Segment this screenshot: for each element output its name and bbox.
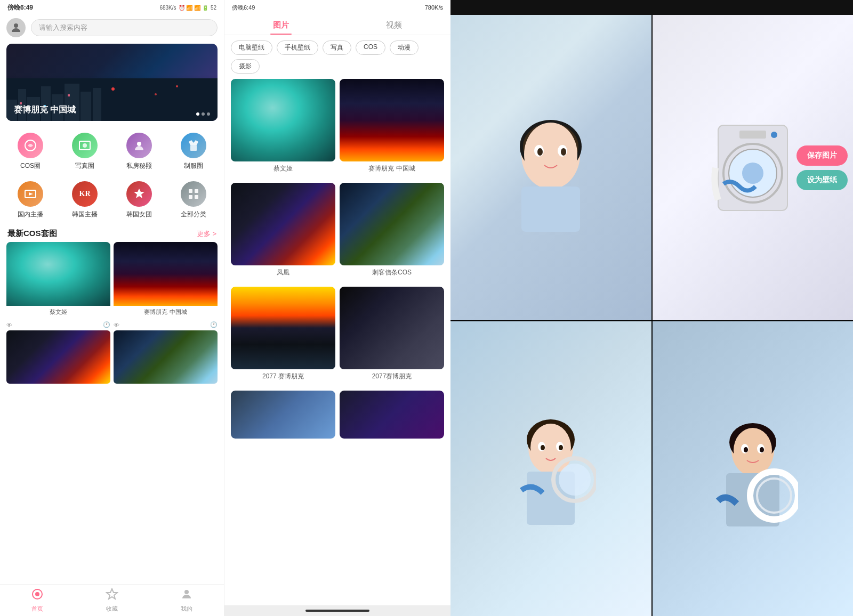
cat-domestic[interactable]: 国内主播 xyxy=(4,177,57,223)
star-icon xyxy=(106,588,118,604)
cat-private[interactable]: 私房秘照 xyxy=(113,128,165,175)
action-overlay: 保存图片 设为壁纸 xyxy=(796,145,848,190)
cos-card-1[interactable]: 蔡文姬 xyxy=(6,242,110,318)
panel-detail: 保存图片 设为壁纸 xyxy=(450,0,853,616)
latest-img-1 xyxy=(6,330,110,384)
tab-videos[interactable]: 视频 xyxy=(337,15,450,35)
p3-cell-girl3[interactable] xyxy=(653,321,854,616)
cat-cos[interactable]: COS圈 xyxy=(4,128,57,175)
cat-korean[interactable]: KR 韩国主播 xyxy=(59,177,111,223)
phoenix-img xyxy=(231,183,335,265)
p2-card-phoenix[interactable]: 凤凰 xyxy=(231,183,335,278)
cat-kgirl[interactable]: 韩国女团 xyxy=(113,177,165,223)
car-img xyxy=(340,287,444,369)
img-4a xyxy=(231,391,335,439)
p2-card-assassin[interactable]: 刺客信条COS xyxy=(340,183,444,278)
nav-fav-label: 收藏 xyxy=(106,605,118,613)
assassin-img xyxy=(340,183,444,265)
status-bar-2: 傍晚6:49 780K/s xyxy=(224,0,450,15)
battery-1: 52 xyxy=(211,5,216,11)
p3-cell-girl2[interactable] xyxy=(450,321,651,616)
status-bar-1: 傍晚6:49 683K/s ⏰ 📶 📶 🔋 52 xyxy=(0,0,224,15)
filter-pc-wallpaper[interactable]: 电脑壁纸 xyxy=(231,40,272,55)
views-icon-1: 👁 xyxy=(6,322,12,328)
filter-anime[interactable]: 动漫 xyxy=(390,40,419,55)
image-row-2: 凤凰 刺客信条COS xyxy=(231,183,444,278)
latest-item-2[interactable]: 👁 🕐 xyxy=(114,320,218,384)
p2-card-4b[interactable] xyxy=(340,391,444,439)
svg-point-63 xyxy=(760,447,764,452)
filter-photography[interactable]: 摄影 xyxy=(231,59,260,74)
p2-image-grid: 蔡文姬 赛博朋克 中国城 凤凰 刺客信条COS xyxy=(224,79,450,605)
svg-point-35 xyxy=(524,123,577,187)
section-title: 最新COS套图 xyxy=(7,229,57,239)
cat-all[interactable]: 全部分类 xyxy=(167,177,220,223)
p2-card-4a[interactable] xyxy=(231,391,335,439)
save-label: 保存图片 xyxy=(807,151,837,159)
assassin-label: 刺客信条COS xyxy=(340,265,444,278)
p2-bottom-bar xyxy=(224,605,450,616)
p3-cell-washer[interactable]: 保存图片 设为壁纸 xyxy=(653,15,854,320)
img-4b-bg xyxy=(340,391,444,439)
svg-rect-9 xyxy=(93,88,101,121)
nav-home-label: 首页 xyxy=(31,605,43,613)
home-icon xyxy=(31,588,44,604)
section-more[interactable]: 更多 > xyxy=(197,229,216,239)
tab-images[interactable]: 图片 xyxy=(224,15,337,35)
panel-gallery: 傍晚6:49 780K/s 图片 视频 电脑壁纸 手机壁纸 写真 COS 动漫 … xyxy=(224,0,450,616)
views-icon-2: 👁 xyxy=(114,322,119,328)
svg-point-18 xyxy=(83,143,87,148)
svg-marker-23 xyxy=(134,189,144,198)
filter-photo[interactable]: 写真 xyxy=(323,40,351,55)
river-bg xyxy=(231,287,335,369)
p2-card-river[interactable]: 2077 赛博朋克 xyxy=(231,287,335,382)
anime-img xyxy=(231,79,335,161)
svg-rect-40 xyxy=(521,187,580,232)
search-input[interactable]: 请输入搜索内容 xyxy=(31,19,218,36)
cos-label-1: 蔡文姬 xyxy=(6,306,110,318)
filter-cos[interactable]: COS xyxy=(356,40,385,55)
section-header-cos: 最新COS套图 更多 > xyxy=(0,223,224,242)
svg-rect-26 xyxy=(189,195,192,199)
river-img xyxy=(231,287,335,369)
girl2-svg xyxy=(505,410,596,528)
cos-grid: 蔡文姬 赛博朋克 中国城 xyxy=(0,242,224,318)
save-btn[interactable]: 保存图片 xyxy=(796,145,848,166)
latest-item-1[interactable]: 👁 🕐 xyxy=(6,320,110,384)
svg-rect-20 xyxy=(190,145,197,151)
photo-label: 写真圈 xyxy=(75,161,94,171)
uniform-icon xyxy=(181,133,206,158)
time-icon-1: 🕐 xyxy=(103,321,110,328)
p2-card-cyber1[interactable]: 赛博朋克 中国城 xyxy=(340,79,444,174)
korean-label: 韩国主播 xyxy=(72,210,98,219)
cyber-city-bg xyxy=(114,242,218,306)
filter-anime-label: 动漫 xyxy=(398,44,411,51)
girl1-svg xyxy=(503,104,599,232)
domestic-icon xyxy=(18,181,43,207)
nav-favorites[interactable]: 收藏 xyxy=(75,588,149,613)
cos-card-2[interactable]: 赛博朋克 中国城 xyxy=(114,242,218,318)
banner-dots xyxy=(196,112,210,116)
nav-home[interactable]: 首页 xyxy=(0,588,75,613)
all-label: 全部分类 xyxy=(181,210,206,219)
p2-card-anime[interactable]: 蔡文姬 xyxy=(231,79,335,174)
svg-rect-25 xyxy=(195,189,198,193)
svg-point-31 xyxy=(184,590,189,594)
svg-point-44 xyxy=(742,163,763,184)
nav-profile[interactable]: 我的 xyxy=(149,588,224,613)
avatar[interactable] xyxy=(6,18,26,37)
p2-card-car[interactable]: 2077赛博朋克 xyxy=(340,287,444,382)
cat-photo[interactable]: 写真圈 xyxy=(59,128,111,175)
p3-cell-girl1[interactable] xyxy=(450,15,651,320)
banner[interactable]: 赛博朋克 中国城 xyxy=(6,44,218,121)
img-4a-bg xyxy=(231,391,335,439)
cat-uniform[interactable]: 制服圈 xyxy=(167,128,220,175)
kgirl-icon xyxy=(126,181,152,207)
filter-phone-wallpaper[interactable]: 手机壁纸 xyxy=(277,40,318,55)
time-icon-2: 🕐 xyxy=(210,321,218,328)
girl3-svg xyxy=(707,410,798,528)
wallpaper-btn[interactable]: 设为壁纸 xyxy=(796,170,848,190)
assassin-img-bg xyxy=(340,183,444,265)
system-status-1: 683K/s ⏰ 📶 📶 🔋 52 xyxy=(159,5,216,11)
phoenix-bg xyxy=(6,330,110,384)
